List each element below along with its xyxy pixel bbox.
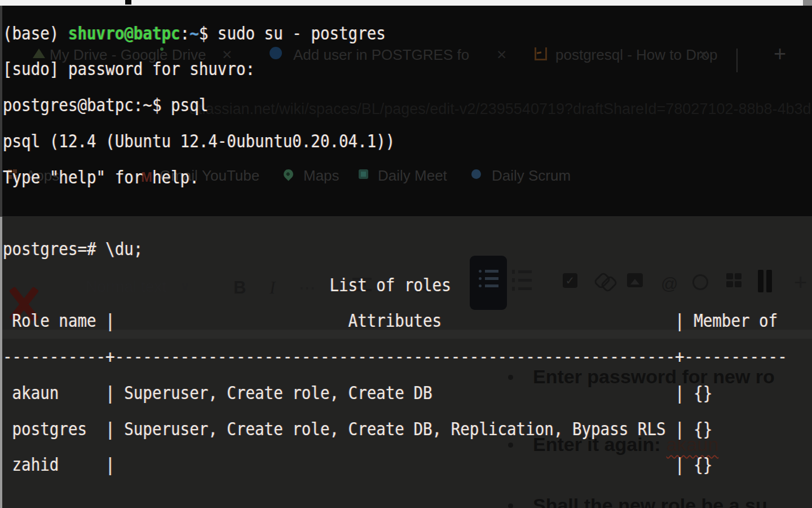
roles-table-row: postgres | Superuser, Create role, Creat… xyxy=(3,410,812,446)
terminal-line xyxy=(3,195,812,231)
screen: My Drive - Google Drive ✕ Add user in PO… xyxy=(0,0,812,508)
window-left-edge xyxy=(0,6,2,508)
roles-table-title: List of roles xyxy=(3,266,812,303)
bullet-dot xyxy=(508,503,513,508)
terminal-output[interactable]: (base) shuvro@batpc:~$ sudo su - postgre… xyxy=(0,0,812,482)
roles-table-row: akaun | Superuser, Create role, Create D… xyxy=(3,374,812,410)
prompt-path: ~ xyxy=(189,22,199,43)
terminal-line: psql (12.4 (Ubuntu 12.4-0ubuntu0.20.04.1… xyxy=(3,122,812,159)
roles-table-header: Role name | Attributes | Member of xyxy=(3,303,812,339)
roles-table-row: zahid | | {} xyxy=(3,446,812,483)
terminal-command-line: postgres=# \du; xyxy=(3,230,812,266)
top-strip-tick xyxy=(125,0,131,5)
terminal-prompt-line: (base) shuvro@batpc:~$ sudo su - postgre… xyxy=(3,15,812,51)
top-strip-corner xyxy=(803,0,812,6)
page-top-strip xyxy=(0,0,812,6)
terminal-line: postgres@batpc:~$ psql xyxy=(3,86,812,122)
terminal-line: Type "help" for help. xyxy=(3,159,812,195)
prompt-user-host: shuvro@batpc xyxy=(68,22,180,43)
doc-bullet-shall-new-role: Shall the new role be a su xyxy=(533,494,767,508)
terminal-line: [sudo] password for shuvro: xyxy=(3,51,812,87)
roles-table-separator: -----------+----------------------------… xyxy=(3,338,812,374)
